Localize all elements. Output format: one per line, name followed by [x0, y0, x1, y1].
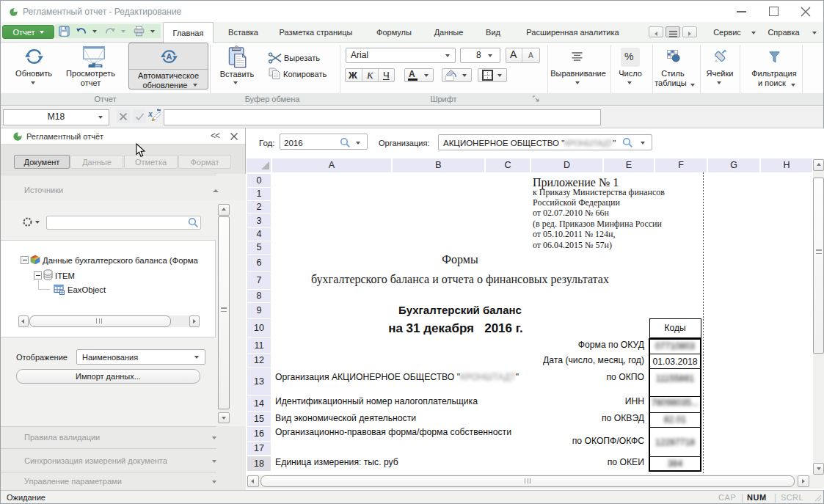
svg-text:A: A [167, 52, 172, 61]
svg-text:x: x [148, 109, 153, 119]
